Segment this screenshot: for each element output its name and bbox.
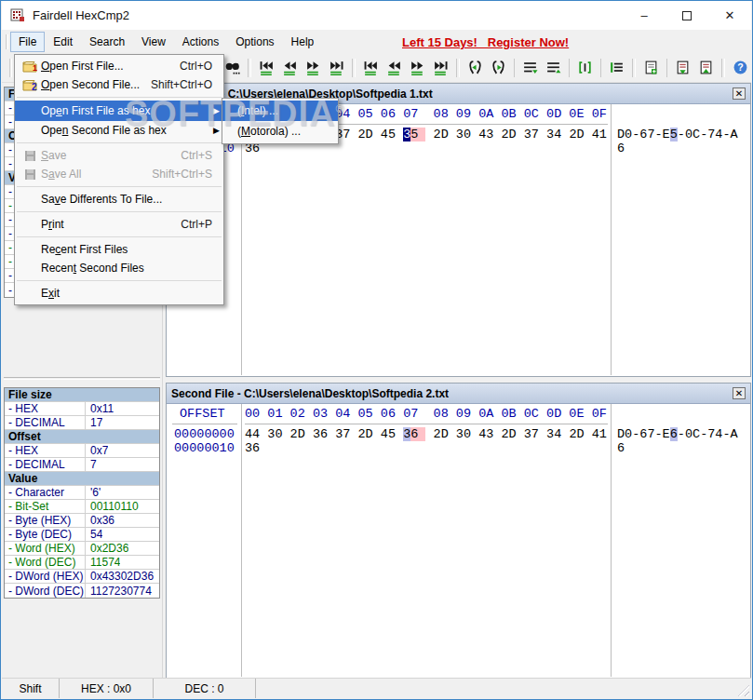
first-change-icon: [363, 60, 379, 75]
svg-text:?: ?: [737, 61, 743, 73]
statusbar: Shift HEX : 0x0 DEC : 0: [2, 678, 751, 698]
menu-shortcut: Shift+Ctrl+S: [152, 168, 220, 181]
menu-separator: [17, 142, 222, 143]
close-button[interactable]: ✕: [708, 1, 751, 30]
menu-search[interactable]: Search: [81, 32, 133, 52]
align-top-icon: [522, 60, 538, 75]
info-row-second: - Character'6': [5, 486, 159, 500]
select-block-button[interactable]: [574, 57, 596, 78]
menu-shortcut: Ctrl+P: [181, 218, 220, 231]
export-first-button[interactable]: [672, 57, 693, 78]
next-diff-button[interactable]: [303, 57, 324, 78]
toolbar-grip: [721, 59, 725, 77]
new-report-button[interactable]: [640, 57, 662, 78]
submenu-arrow-icon: ▶: [210, 126, 220, 135]
last-change-button[interactable]: [430, 57, 451, 78]
menu-actions[interactable]: Actions: [174, 32, 227, 52]
next-diff-icon: [305, 60, 321, 75]
first-hex-view[interactable]: OFFSET00 01 02 03 04 05 06 07 08 09 0A 0…: [167, 104, 750, 375]
menu-view[interactable]: View: [133, 32, 174, 52]
second-file-panel: Second File - C:\Users\elena\Desktop\Sof…: [166, 383, 751, 679]
close-icon: ✕: [735, 89, 743, 99]
status-shift: Shift: [2, 679, 60, 698]
menu-options[interactable]: Options: [227, 32, 282, 52]
toolbar-sep: [600, 59, 601, 77]
collapse-left-icon: [467, 60, 483, 75]
toolbar-grip[interactable]: [9, 59, 12, 77]
second-panel-close-button[interactable]: ✕: [733, 387, 746, 399]
prev-change-icon: [386, 60, 402, 75]
menu-item-recent-first-files[interactable]: Recent First Files: [15, 240, 223, 259]
info-row-second: - Byte (HEX)0x36: [5, 514, 159, 528]
binoculars-icon: [224, 60, 240, 75]
app-icon: [10, 8, 25, 23]
first-change-button[interactable]: [360, 57, 382, 78]
menubar-grip[interactable]: [6, 34, 8, 49]
open-as-hex-submenu: (Intel) ...(Motorola) ...: [222, 98, 339, 144]
collapse-right-button[interactable]: [488, 57, 509, 78]
hex-ascii-divider: [611, 404, 612, 677]
menu-item-print[interactable]: PrintCtrl+P: [15, 215, 223, 234]
row-ascii: D0-67-E6-0C-74-A: [617, 427, 738, 441]
status-hex: HEX : 0x0: [60, 679, 154, 698]
menu-separator: [17, 236, 222, 237]
save-icon: [24, 168, 36, 181]
toolbar-sep: [514, 59, 515, 77]
menu-help[interactable]: Help: [283, 32, 323, 52]
first-diff-button[interactable]: [256, 57, 277, 78]
first-diff-icon: [259, 60, 275, 75]
align-bottom-button[interactable]: [543, 57, 564, 78]
menu-item-save-differents-to-file[interactable]: Save Differents To File...: [15, 190, 223, 209]
menu-item-save[interactable]: SaveCtrl+S: [15, 146, 223, 165]
binoculars-button[interactable]: [222, 57, 243, 78]
new-report-icon: [643, 60, 659, 75]
menu-separator: [17, 280, 222, 281]
menu-item-open-second-file[interactable]: 2Open Second File...Shift+Ctrl+O: [15, 75, 223, 94]
align-top-button[interactable]: [519, 57, 541, 78]
menu-shortcut: Ctrl+S: [181, 149, 220, 162]
collapse-left-button[interactable]: [464, 57, 486, 78]
minimize-button[interactable]: –: [623, 1, 666, 30]
save-icon: [24, 150, 36, 162]
menu-item-recent-second-files[interactable]: Recent Second Files: [15, 259, 223, 277]
close-icon: ✕: [735, 389, 743, 398]
menu-item-open-first-file-as-hex[interactable]: Open First File as hex▶: [15, 101, 223, 121]
file-menu-dropdown: 1Open First File...Ctrl+O2Open Second Fi…: [14, 54, 224, 305]
select-block-icon: [577, 60, 593, 75]
register-link[interactable]: Left 15 Days! Register Now!: [402, 35, 569, 49]
menu-item-save-all[interactable]: Save AllShift+Ctrl+S: [15, 165, 223, 183]
info-row-second: - Word (DEC)11574: [5, 556, 159, 570]
open-first-file-icon: 1: [22, 60, 37, 73]
row-ascii: 6: [617, 441, 625, 455]
dock-splitter[interactable]: [4, 377, 160, 380]
second-hex-view[interactable]: OFFSET00 01 02 03 04 05 06 07 08 09 0A 0…: [167, 404, 750, 677]
info-row-second: - DECIMAL17: [5, 416, 159, 430]
resize-grip[interactable]: [738, 685, 749, 696]
info-row-second: - Word (HEX)0x2D36: [5, 542, 159, 556]
export-second-button[interactable]: [695, 57, 717, 78]
submenu-item-motorola[interactable]: (Motorola) ...: [222, 121, 338, 141]
maximize-button[interactable]: [666, 1, 708, 30]
line-view-button[interactable]: [606, 57, 627, 78]
menu-item-exit[interactable]: Exit: [15, 284, 223, 303]
prev-diff-button[interactable]: [279, 57, 301, 78]
menu-separator: [17, 186, 222, 187]
offset-hex-divider: [241, 104, 242, 375]
next-change-button[interactable]: [407, 57, 428, 78]
last-change-icon: [433, 60, 449, 75]
menu-item-open-first-file[interactable]: 1Open First File...Ctrl+O: [15, 57, 223, 75]
menu-item-open-second-file-as-hex[interactable]: Open Second File as hex▶: [15, 121, 223, 140]
toolbar-grip: [632, 59, 636, 77]
info-row-second: - HEX0x7: [5, 444, 159, 458]
menu-file[interactable]: File: [10, 32, 45, 52]
info-row-second: - DWord (HEX)0x43302D36: [5, 570, 159, 584]
submenu-item-intel[interactable]: (Intel) ...: [222, 101, 338, 121]
menu-edit[interactable]: Edit: [45, 32, 81, 52]
first-panel-close-button[interactable]: ✕: [733, 88, 746, 100]
help-button[interactable]: ?: [730, 57, 751, 78]
hex-ascii-divider: [611, 104, 612, 375]
row-bytes: 36: [245, 441, 260, 455]
toolbar-grip: [352, 59, 356, 77]
prev-change-button[interactable]: [383, 57, 405, 78]
last-diff-button[interactable]: [326, 57, 347, 78]
